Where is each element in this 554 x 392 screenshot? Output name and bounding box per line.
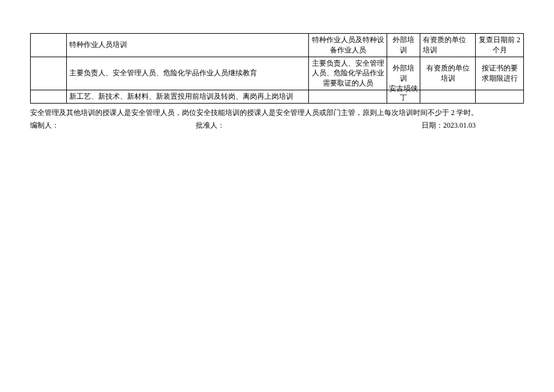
date-value: 2023.01.03 [443, 121, 476, 129]
cell-c [309, 90, 387, 103]
approver-label: 批准人： [196, 120, 422, 131]
table-row: 主要负责人、安全管理人员、危险化学品作业人员继续教育 主要负责人、安全管理人员、… [31, 57, 524, 90]
author-label: 编制人： [30, 120, 196, 131]
training-plan-table: 特种作业人员培训 特种作业人员及特种设备作业人员 外部培训 有资质的单位培训 复… [30, 33, 524, 104]
table-row: 特种作业人员培训 特种作业人员及特种设备作业人员 外部培训 有资质的单位培训 复… [31, 34, 524, 57]
signature-line: 编制人： 批准人： 日期：2023.01.03 [30, 120, 524, 131]
date-field: 日期：2023.01.03 [422, 120, 524, 131]
cell-b: 主要负责人、安全管理人员、危险化学品作业人员继续教育 [67, 57, 309, 90]
cell-e [420, 90, 476, 103]
cell-f [476, 90, 524, 103]
table-row: 新工艺、新技术、新材料、新装置投用前培训及转岗、离岗再上岗培训 安古埙侠丁 [31, 90, 524, 103]
cell-f: 复查日期前 2个月 [476, 34, 524, 57]
cell-a [31, 90, 67, 103]
cell-c: 特种作业人员及特种设备作业人员 [309, 34, 387, 57]
date-label: 日期： [422, 121, 443, 129]
cell-b: 特种作业人员培训 [67, 34, 309, 57]
cell-a [31, 57, 67, 90]
cell-d: 外部培训 [387, 34, 420, 57]
cell-c: 主要负责人、安全管理人员、危险化学品作业需要取证的人员 [309, 57, 387, 90]
cell-a [31, 34, 67, 57]
cell-f: 按证书的要求期限进行 [476, 57, 524, 90]
cell-b: 新工艺、新技术、新材料、新装置投用前培训及转岗、离岗再上岗培训 [67, 90, 309, 103]
cell-d: 安古埙侠丁 [387, 90, 420, 103]
cell-e: 有资质的单位培训 [420, 34, 476, 57]
note-text: 安全管理及其他培训的授课人是安全管理人员，岗位安全技能培训的授课人是安全管理人员… [30, 107, 524, 118]
cell-e: 有资质的单位培训 [420, 57, 476, 90]
clipped-text: 安古埙侠丁 [387, 84, 420, 103]
